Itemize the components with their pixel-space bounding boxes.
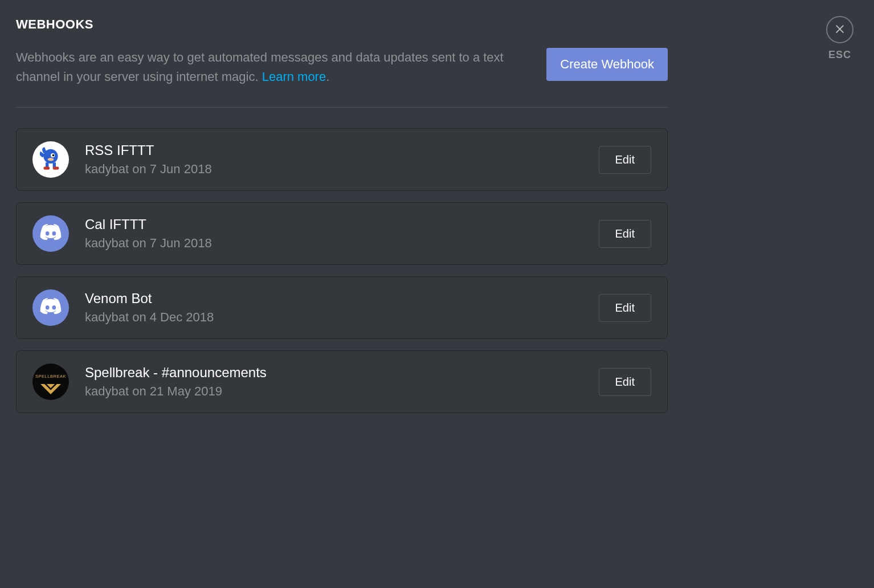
- webhook-name: Venom Bot: [85, 291, 583, 307]
- webhook-name: Spellbreak - #announcements: [85, 365, 583, 381]
- edit-button[interactable]: Edit: [599, 294, 651, 322]
- svg-rect-7: [53, 167, 59, 170]
- svg-point-9: [52, 231, 56, 236]
- edit-button[interactable]: Edit: [599, 220, 651, 248]
- webhooks-description: Webhooks are an easy way to get automate…: [16, 48, 512, 87]
- webhook-avatar: [32, 289, 69, 326]
- esc-label: ESC: [828, 49, 851, 61]
- webhook-card: RSS IFTTT kadybat on 7 Jun 2018 Edit: [16, 128, 668, 191]
- sonic-icon: [35, 143, 66, 176]
- svg-point-8: [46, 231, 50, 236]
- discord-icon: [39, 298, 62, 317]
- description-suffix: .: [326, 70, 329, 84]
- learn-more-link[interactable]: Learn more: [262, 70, 326, 84]
- webhook-meta: kadybat on 7 Jun 2018: [85, 162, 583, 177]
- svg-point-10: [46, 305, 50, 310]
- edit-button[interactable]: Edit: [599, 368, 651, 396]
- close-icon: [834, 23, 846, 36]
- webhook-name: RSS IFTTT: [85, 142, 583, 158]
- page-title: WEBHOOKS: [16, 17, 668, 32]
- close-area: ESC: [826, 16, 853, 61]
- svg-point-2: [52, 154, 55, 157]
- webhook-card: SPELLBREAK Spellbreak - #announcements k…: [16, 350, 668, 413]
- create-webhook-button[interactable]: Create Webhook: [546, 48, 668, 81]
- webhook-info: RSS IFTTT kadybat on 7 Jun 2018: [85, 142, 583, 177]
- edit-button[interactable]: Edit: [599, 146, 651, 174]
- svg-point-11: [52, 305, 56, 310]
- close-button[interactable]: [826, 16, 853, 43]
- header-row: Webhooks are an easy way to get automate…: [16, 48, 668, 108]
- webhook-avatar: [32, 215, 69, 252]
- discord-icon: [39, 224, 62, 243]
- webhook-meta: kadybat on 4 Dec 2018: [85, 310, 583, 325]
- webhook-meta: kadybat on 7 Jun 2018: [85, 236, 583, 251]
- svg-rect-6: [43, 167, 50, 170]
- webhook-name: Cal IFTTT: [85, 217, 583, 232]
- webhook-info: Venom Bot kadybat on 4 Dec 2018: [85, 291, 583, 325]
- webhook-card: Venom Bot kadybat on 4 Dec 2018 Edit: [16, 276, 668, 339]
- webhook-avatar: [32, 141, 69, 178]
- webhook-card: Cal IFTTT kadybat on 7 Jun 2018 Edit: [16, 202, 668, 265]
- webhook-info: Spellbreak - #announcements kadybat on 2…: [85, 365, 583, 399]
- svg-point-3: [48, 158, 54, 161]
- description-text: Webhooks are an easy way to get automate…: [16, 50, 504, 84]
- webhook-list: RSS IFTTT kadybat on 7 Jun 2018 Edit Cal…: [16, 128, 668, 413]
- webhook-info: Cal IFTTT kadybat on 7 Jun 2018: [85, 217, 583, 251]
- spellbreak-icon: SPELLBREAK: [35, 374, 66, 379]
- webhook-avatar: SPELLBREAK: [32, 364, 69, 400]
- webhook-meta: kadybat on 21 May 2019: [85, 384, 583, 399]
